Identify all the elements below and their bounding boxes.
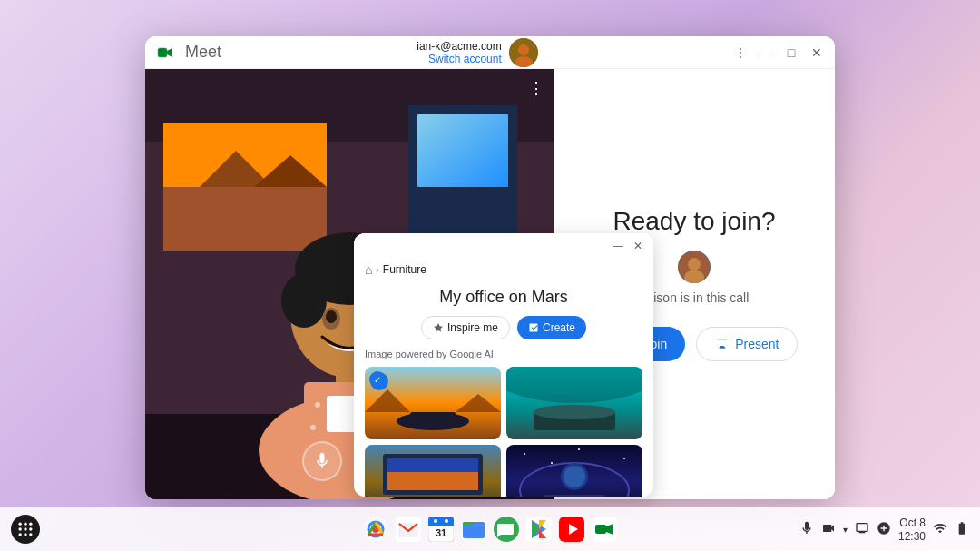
svg-rect-49 [387,472,478,490]
svg-point-66 [19,533,22,536]
taskbar-left [11,515,40,544]
ready-title: Ready to join? [612,207,775,236]
generated-image-3[interactable] [365,445,501,497]
action-buttons: Inspire me Create [365,316,642,339]
svg-point-62 [29,523,32,526]
svg-point-67 [24,533,26,536]
tray-expand-button[interactable]: ▾ [843,525,848,535]
svg-rect-0 [158,48,167,57]
svg-point-64 [24,527,26,530]
svg-point-54 [623,458,625,459]
system-clock[interactable]: Oct 8 12:30 [898,517,926,543]
playstore-app-icon[interactable] [524,515,554,544]
svg-rect-57 [543,495,606,497]
date-display: Oct 8 [899,517,926,529]
mic-tray-icon[interactable] [799,521,814,538]
meet-app-icon[interactable] [590,515,619,544]
svg-point-60 [19,523,22,526]
svg-point-78 [434,519,437,523]
svg-rect-17 [417,114,508,187]
minimize-button[interactable]: — [759,45,773,60]
svg-marker-1 [167,48,172,57]
youtube-icon [559,517,584,542]
svg-text:31: 31 [436,527,446,538]
taskbar: 31 [0,507,980,551]
launcher-icon [16,520,34,538]
microphone-toggle-button[interactable] [302,441,342,481]
mic-icon [313,452,331,470]
svg-point-35 [688,258,701,271]
maximize-button[interactable]: □ [784,45,799,60]
svg-point-52 [524,453,525,455]
floating-panel-titlebar: — ✕ [354,233,653,259]
generated-images-grid: ✓ [365,367,642,497]
inspire-label: Inspire me [447,321,498,334]
playstore-icon [526,517,552,542]
svg-point-26 [326,310,337,323]
battery-status-icon [955,521,969,536]
wifi-icon[interactable] [933,521,947,538]
mars-image-2 [506,367,642,439]
image-generator-panel: — ✕ ⌂ › Furniture My office on Mars Insp… [354,233,653,497]
youtube-app-icon[interactable] [557,515,586,544]
avatar-image [509,38,538,67]
present-button[interactable]: Present [696,327,798,361]
svg-point-63 [19,527,22,530]
svg-point-61 [24,523,26,526]
generated-image-2[interactable] [506,367,642,439]
files-icon [461,517,486,542]
add-tray-button[interactable] [877,521,891,538]
account-email: ian-k@acme.com [416,40,502,53]
svg-point-59 [564,466,585,487]
mars-image-3 [365,445,501,497]
inspire-me-button[interactable]: Inspire me [421,316,510,339]
title-input[interactable]: My office on Mars [365,288,642,307]
present-label: Present [735,337,779,351]
generated-image-4[interactable] [506,445,642,497]
camera-tray-icon[interactable] [821,521,836,538]
svg-point-45 [534,405,615,419]
window-controls: ⋮ — □ ✕ [733,45,824,60]
floating-panel-controls: — ✕ [612,240,644,252]
screen-icon [855,521,869,536]
chat-app-icon[interactable] [492,515,521,544]
floating-minimize-button[interactable]: — [612,240,624,252]
svg-point-65 [29,527,32,530]
camera-more-button[interactable]: ⋮ [528,78,544,98]
floating-close-button[interactable]: ✕ [632,240,644,252]
svg-point-32 [310,425,316,430]
svg-point-68 [29,533,32,536]
generated-image-1[interactable]: ✓ [365,367,501,439]
camera-tray-icon [821,521,836,536]
time-display: 12:30 [898,530,926,543]
battery-icon[interactable] [955,521,969,538]
svg-rect-81 [463,522,473,526]
breadcrumb-separator: › [376,265,378,275]
launcher-button[interactable] [11,515,40,544]
gmail-app-icon[interactable] [394,515,423,544]
more-options-button[interactable]: ⋮ [733,45,748,60]
switch-account-link[interactable]: Switch account [416,53,502,65]
window-logo-area: Meet [156,42,221,64]
screen-capture-icon[interactable] [855,521,869,538]
app-title: Meet [185,43,221,62]
image-powered-label: Image powered by Google AI [365,349,642,359]
svg-point-30 [315,402,320,408]
account-avatar[interactable] [509,38,538,67]
meet-taskbar-icon [592,517,617,542]
home-icon[interactable]: ⌂ [365,262,372,277]
svg-rect-87 [595,525,606,534]
calendar-icon: 31 [428,517,454,542]
caller-avatar-image [678,251,710,283]
window-titlebar: Meet ian-k@acme.com Switch account [145,36,835,69]
create-button[interactable]: Create [517,316,586,339]
files-app-icon[interactable] [459,515,488,544]
svg-rect-76 [428,522,454,526]
present-icon [715,337,730,351]
wifi-status-icon [933,521,947,536]
svg-rect-12 [163,187,327,251]
chrome-app-icon[interactable] [361,515,390,544]
close-button[interactable]: ✕ [809,45,824,60]
calendar-app-icon[interactable]: 31 [426,515,456,544]
breadcrumb-item[interactable]: Furniture [383,263,426,276]
